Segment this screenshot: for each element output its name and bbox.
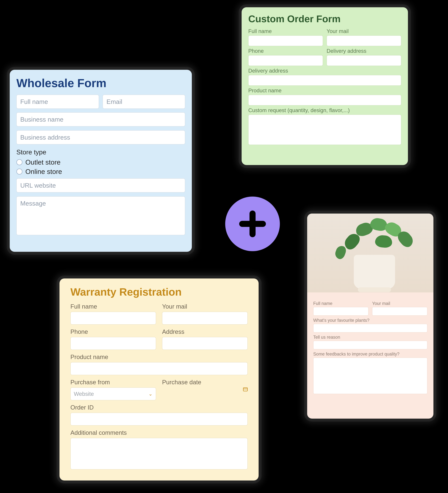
add-form-button[interactable] [225,197,280,251]
warranty-address-label: Address [162,328,248,335]
full-name-input[interactable] [16,95,99,109]
warranty-order-id-label: Order ID [70,404,248,411]
warranty-phone-label: Phone [70,328,156,335]
plus-icon [250,211,256,237]
custom-phone-input[interactable] [248,55,323,66]
custom-full-name-input[interactable] [248,35,323,46]
fb-improve-label: Some feedbacks to improve product qualit… [313,351,427,357]
warranty-form-card: Warranty Registration Full name Your mai… [59,279,259,481]
warranty-title: Warranty Registration [70,286,248,298]
fb-full-name-label: Full name [313,301,368,306]
business-name-input[interactable] [16,112,185,126]
chevron-down-icon: ⌄ [149,391,153,397]
custom-title: Custom Order Form [248,13,401,24]
custom-order-form-card: Custom Order Form Full name Your mail Ph… [241,7,408,165]
radio-outlet-label: Outlet store [25,158,60,166]
custom-delivery-label: Delivery address [327,48,401,54]
custom-delivery-input[interactable] [327,55,401,66]
custom-delivery2-input[interactable] [248,75,401,86]
fb-mail-label: Your mail [372,301,427,306]
custom-request-label: Custom request (quantity, design, flavor… [248,107,401,113]
url-input[interactable] [16,178,185,192]
custom-delivery2-label: Delivery address [248,68,401,74]
plant-hero-image [307,213,433,292]
warranty-mail-input[interactable] [162,312,248,325]
store-type-label: Store type [16,148,185,156]
calendar-icon [243,387,248,391]
wholesale-form-card: Wholesale Form Store type Outlet store O… [10,70,192,252]
fb-improve-textarea[interactable] [313,358,427,394]
warranty-order-id-input[interactable] [70,413,248,426]
custom-mail-input[interactable] [327,35,401,46]
radio-outlet[interactable] [16,159,23,165]
fb-full-name-input[interactable] [313,307,368,316]
fb-mail-input[interactable] [372,307,427,316]
warranty-phone-input[interactable] [70,337,156,350]
fb-fav-input[interactable] [313,324,427,333]
warranty-purchase-from-label: Purchase from [70,379,156,386]
warranty-product-input[interactable] [70,362,248,375]
fb-fav-label: What's your favourite plants? [313,318,427,323]
radio-online[interactable] [16,168,23,175]
business-address-input[interactable] [16,130,185,144]
warranty-full-name-label: Full name [70,303,156,310]
radio-online-label: Online store [25,168,62,175]
custom-product-input[interactable] [248,95,401,105]
warranty-purchase-date-input[interactable] [162,387,248,391]
email-input[interactable] [103,95,185,109]
warranty-purchase-date-label: Purchase date [162,379,248,386]
warranty-purchase-from-select[interactable]: Website ⌄ [70,387,156,400]
custom-product-label: Product name [248,88,401,94]
warranty-product-label: Product name [70,353,248,360]
warranty-purchase-from-value: Website [74,391,94,397]
warranty-comments-label: Additional comments [70,429,248,436]
custom-full-name-label: Full name [248,28,323,34]
custom-mail-label: Your mail [327,28,401,34]
fb-reason-label: Tell us reason [313,335,427,340]
warranty-comments-textarea[interactable] [70,438,248,470]
message-textarea[interactable] [16,196,185,235]
warranty-mail-label: Your mail [162,303,248,310]
wholesale-title: Wholesale Form [16,77,185,90]
feedback-form-card: Full name Your mail What's your favourit… [307,213,433,419]
fb-reason-input[interactable] [313,341,427,349]
custom-request-textarea[interactable] [248,114,401,145]
warranty-address-input[interactable] [162,337,248,350]
custom-phone-label: Phone [248,48,323,54]
warranty-full-name-input[interactable] [70,312,156,325]
